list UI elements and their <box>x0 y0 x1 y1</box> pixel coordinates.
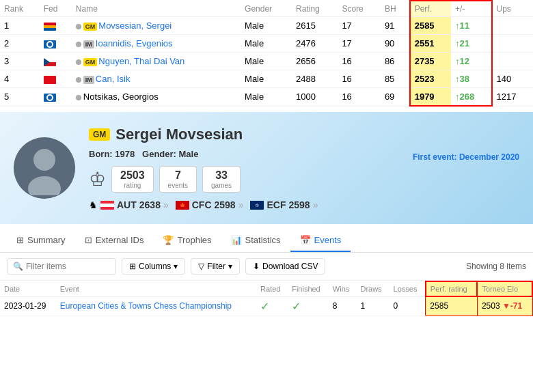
cell-rank: 4 <box>0 70 40 88</box>
filter-icon: ▽ <box>198 262 204 271</box>
title-badge: GM <box>83 58 98 66</box>
flag-am <box>44 23 56 31</box>
summary-icon: ⊞ <box>16 235 24 245</box>
columns-chevron: ▾ <box>174 262 178 271</box>
cell-perf: 2551 <box>410 35 451 53</box>
ev-col-event: Event <box>56 281 256 296</box>
ev-cell-rated: ✓ <box>256 296 288 316</box>
profile-name: Sergei Movsesian <box>115 126 243 143</box>
tab-external-ids[interactable]: ⊡ External IDs <box>75 229 154 252</box>
ev-cell-date: 2023-01-29 <box>0 296 56 316</box>
born-label: Born: <box>89 149 113 159</box>
svg-point-1 <box>28 176 61 195</box>
cfc-chevron[interactable]: » <box>238 199 244 210</box>
ratings-row: ♞ AUT 2638 » 🍁 CFC 2598 » ♔ ECF 2598 » <box>89 199 519 210</box>
tab-trophies-label: Trophies <box>177 235 211 245</box>
chess-knight-icon: ♞ <box>89 199 98 210</box>
cell-fed <box>40 17 72 35</box>
aut-chevron[interactable]: » <box>163 199 169 210</box>
columns-button[interactable]: ⊞ Columns ▾ <box>122 258 185 275</box>
first-event: First event: December 2020 <box>413 149 519 162</box>
col-name: Name <box>72 1 241 17</box>
showing-text: Showing 8 items <box>466 262 526 271</box>
profile-section: GM Sergei Movsesian Born: 1978 Gender: M… <box>0 112 533 224</box>
cell-rating: 2656 <box>292 53 338 70</box>
tab-events[interactable]: 📅 Events <box>290 229 351 252</box>
tournament-table: Rank Fed Name Gender Rating Score BH Per… <box>0 0 533 107</box>
col-gender: Gender <box>241 1 292 17</box>
cell-bh: 90 <box>381 35 410 53</box>
event-link[interactable]: European Cities & Towns Chess Championsh… <box>60 301 232 311</box>
filter-bar: 🔍 ⊞ Columns ▾ ▽ Filter ▾ ⬇ Download CSV … <box>0 253 533 281</box>
cell-perf: 2585 <box>410 17 451 35</box>
ev-col-finished: Finished <box>288 281 329 296</box>
first-event-label: First event: <box>413 152 457 162</box>
flag-ecf: ♔ <box>250 201 264 210</box>
cell-gender: Male <box>241 53 292 70</box>
cell-perf: 2735 <box>410 53 451 70</box>
player-link[interactable]: Movsesian, Sergei <box>98 20 172 31</box>
elo-change: ▼-71 <box>502 301 522 311</box>
stat-games-value: 33 <box>211 169 232 182</box>
cell-bh: 85 <box>381 70 410 88</box>
ev-col-rated: Rated <box>256 281 288 296</box>
cell-rating: 1000 <box>292 88 338 107</box>
cell-rating: 2615 <box>292 17 338 35</box>
cell-plus: ↑268 <box>451 88 491 107</box>
player-link[interactable]: Ioannidis, Evgenios <box>96 38 173 48</box>
title-badge: IM <box>83 76 94 84</box>
ecf-chevron[interactable]: » <box>313 199 318 210</box>
dot-icon <box>76 24 81 29</box>
avatar <box>14 137 75 199</box>
stat-rating-label: rating <box>120 182 145 189</box>
cell-ups <box>492 17 533 35</box>
plus-value: ↑38 <box>455 74 469 84</box>
cell-score: 17 <box>338 17 381 35</box>
ev-col-wins: Wins <box>329 281 357 296</box>
filter-label: Filter <box>207 262 226 271</box>
cell-name: IMIoannidis, Evgenios <box>72 35 241 53</box>
flag-tr <box>44 76 56 84</box>
trophies-icon: 🏆 <box>163 235 174 245</box>
tab-events-label: Events <box>314 235 342 245</box>
ev-cell-event: European Cities & Towns Chess Championsh… <box>56 296 256 316</box>
avatar-svg <box>17 141 72 195</box>
stat-games-label: games <box>211 182 232 189</box>
plus-value: ↑21 <box>455 38 469 48</box>
player-link[interactable]: Can, Isik <box>96 74 131 84</box>
col-rank: Rank <box>0 1 40 17</box>
tab-statistics[interactable]: 📊 Statistics <box>221 229 290 252</box>
col-score: Score <box>338 1 381 17</box>
filter-input-wrapper[interactable]: 🔍 <box>7 258 116 275</box>
cell-rank: 1 <box>0 17 40 35</box>
gender-label: Gender: <box>142 149 176 159</box>
cell-fed <box>40 88 72 107</box>
king-icon: ♔ <box>89 168 106 191</box>
cell-gender: Male <box>241 70 292 88</box>
ev-col-perf-rating: Perf. rating <box>426 281 478 296</box>
rated-check: ✓ <box>260 300 269 312</box>
cell-name: GMNguyen, Thai Dai Van <box>72 53 241 70</box>
aut-code: AUT <box>117 199 137 210</box>
filter-button[interactable]: ▽ Filter ▾ <box>191 258 240 275</box>
cell-plus: ↑12 <box>451 53 491 70</box>
ev-cell-wins: 8 <box>329 296 357 316</box>
filter-chevron: ▾ <box>228 262 232 271</box>
ev-col-draws: Draws <box>356 281 389 296</box>
flag-gr <box>44 40 56 48</box>
tab-summary[interactable]: ⊞ Summary <box>7 229 75 252</box>
download-csv-button[interactable]: ⬇ Download CSV <box>245 258 325 275</box>
cell-ups <box>492 35 533 53</box>
col-plus: +/- <box>451 1 491 17</box>
dot-icon <box>76 95 81 100</box>
ev-cell-torneo-elo: 2503 ▼-71 <box>477 296 532 316</box>
cfc-rating: 2598 <box>215 199 236 210</box>
search-input[interactable] <box>26 262 108 271</box>
title-badge: IM <box>83 40 94 48</box>
player-link[interactable]: Nguyen, Thai Dai Van <box>98 56 184 66</box>
flag-gr <box>44 94 56 102</box>
tab-trophies[interactable]: 🏆 Trophies <box>153 229 221 252</box>
cfc-code: CFC <box>192 199 212 210</box>
plus-value: ↑12 <box>455 56 469 66</box>
ev-col-date: Date <box>0 281 56 296</box>
